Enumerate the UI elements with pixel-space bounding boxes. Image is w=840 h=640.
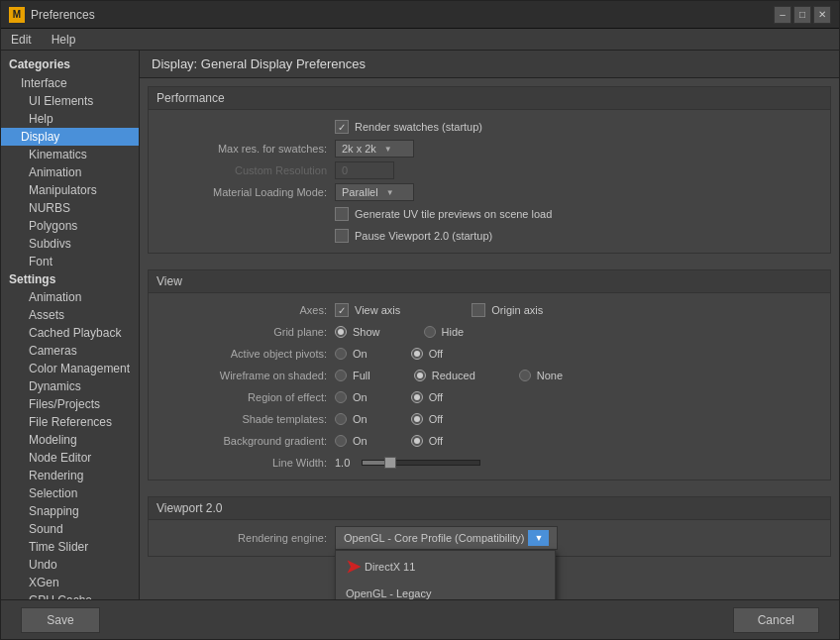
wireframe-reduced-text: Reduced (432, 370, 475, 381)
sidebar-item-font[interactable]: Font (1, 253, 139, 270)
material-loading-dropdown[interactable]: Parallel (335, 183, 414, 201)
wireframe-full-radio[interactable] (335, 370, 347, 381)
sidebar-item-selection[interactable]: Selection (1, 484, 139, 502)
region-effect-off-text: Off (429, 391, 443, 403)
line-width-slider-thumb[interactable] (384, 457, 396, 469)
sidebar-item-kinematics[interactable]: Kinematics (1, 146, 139, 163)
sidebar-item-ui-elements[interactable]: UI Elements (1, 92, 139, 110)
dropdown-option-directx[interactable]: ➤ DirectX 11 (336, 551, 555, 583)
sidebar-item-settings-animation[interactable]: Animation (1, 288, 139, 306)
origin-axis-text: Origin axis (491, 304, 543, 316)
grid-plane-show-radio[interactable] (335, 326, 347, 338)
max-res-content: 2k x 2k (335, 140, 822, 158)
sidebar-item-animation[interactable]: Animation (1, 163, 139, 181)
grid-plane-row: Grid plane: Show Hide (157, 321, 822, 343)
shade-templates-content: On Off (335, 413, 822, 425)
sidebar-item-dynamics[interactable]: Dynamics (1, 377, 139, 395)
line-width-slider[interactable] (362, 460, 480, 466)
menu-edit[interactable]: Edit (5, 31, 38, 49)
sidebar-item-undo[interactable]: Undo (1, 556, 139, 574)
sidebar-item-gpu-cache[interactable]: GPU Cache (1, 591, 139, 599)
material-loading-row: Material Loading Mode: Parallel (157, 181, 822, 203)
sidebar-item-help[interactable]: Help (1, 110, 139, 128)
shade-templates-off-radio[interactable] (411, 413, 423, 425)
dropdown-arrow-icon[interactable]: ▼ (528, 530, 549, 546)
line-width-label: Line Width: (157, 457, 335, 469)
uv-tile-text: Generate UV tile previews on scene load (355, 208, 552, 220)
sidebar-item-nurbs[interactable]: NURBS (1, 199, 139, 217)
max-res-label: Max res. for swatches: (157, 143, 335, 155)
sidebar-item-node-editor[interactable]: Node Editor (1, 449, 139, 467)
pivots-off-radio[interactable] (411, 348, 423, 360)
pivots-on-radio[interactable] (335, 348, 347, 360)
content-area: Categories Interface UI Elements Help Di… (1, 51, 839, 599)
grid-plane-hide-text: Hide (442, 326, 465, 338)
custom-res-input[interactable] (335, 161, 394, 179)
sidebar-item-time-slider[interactable]: Time Slider (1, 538, 139, 556)
render-swatches-text: Render swatches (startup) (355, 121, 482, 133)
menu-help[interactable]: Help (46, 31, 82, 49)
sidebar-item-cached-playback[interactable]: Cached Playback (1, 324, 139, 342)
uv-tile-checkbox[interactable] (335, 207, 349, 221)
max-res-row: Max res. for swatches: 2k x 2k (157, 138, 822, 160)
sidebar-item-snapping[interactable]: Snapping (1, 502, 139, 520)
sidebar-item-modeling[interactable]: Modeling (1, 431, 139, 449)
uv-tile-content: Generate UV tile previews on scene load (335, 207, 822, 221)
dropdown-option-opengl-legacy[interactable]: OpenGL - Legacy (336, 583, 555, 599)
sidebar-item-color-management[interactable]: Color Management (1, 360, 139, 377)
wireframe-none-radio[interactable] (519, 370, 531, 381)
shade-templates-label: Shade templates: (157, 413, 335, 425)
minimize-button[interactable]: – (774, 6, 791, 24)
wireframe-none-text: None (537, 370, 563, 381)
material-loading-label: Material Loading Mode: (157, 186, 335, 198)
pivots-row: Active object pivots: On Off (157, 343, 822, 365)
sidebar-item-files-projects[interactable]: Files/Projects (1, 395, 139, 413)
bg-gradient-on-radio[interactable] (335, 435, 347, 447)
pivots-on-text: On (353, 348, 368, 360)
sidebar-item-subdivs[interactable]: Subdivs (1, 235, 139, 253)
axes-label: Axes: (157, 304, 335, 316)
main-panel: Display: General Display Preferences Per… (140, 51, 839, 599)
window-title: Preferences (31, 8, 95, 22)
render-swatches-checkbox[interactable] (335, 120, 349, 134)
view-body: Axes: View axis Origin axis Grid plane: (149, 293, 830, 480)
sidebar-item-display[interactable]: Display (1, 128, 139, 146)
wireframe-reduced-radio[interactable] (414, 370, 426, 381)
menu-bar: Edit Help (1, 29, 839, 51)
grid-plane-hide-radio[interactable] (424, 326, 436, 338)
wireframe-label: Wireframe on shaded: (157, 370, 335, 381)
close-button[interactable]: ✕ (813, 6, 831, 24)
origin-axis-checkbox[interactable] (472, 303, 485, 317)
shade-templates-on-radio[interactable] (335, 413, 347, 425)
region-effect-off-radio[interactable] (411, 391, 423, 403)
sidebar-item-cameras[interactable]: Cameras (1, 342, 139, 360)
cancel-button[interactable]: Cancel (733, 607, 819, 633)
save-button[interactable]: Save (21, 607, 100, 633)
wireframe-full-text: Full (353, 370, 370, 381)
maximize-button[interactable]: □ (793, 6, 811, 24)
dropdown-option-directx-text: DirectX 11 (365, 561, 415, 573)
sidebar-item-rendering[interactable]: Rendering (1, 467, 139, 484)
bg-gradient-on-text: On (353, 435, 368, 447)
sidebar-item-sound[interactable]: Sound (1, 520, 139, 538)
rendering-row: Rendering engine: OpenGL - Core Profile … (149, 520, 830, 556)
sidebar-item-assets[interactable]: Assets (1, 306, 139, 324)
region-effect-on-radio[interactable] (335, 391, 347, 403)
sidebar-item-file-references[interactable]: File References (1, 413, 139, 431)
max-res-dropdown[interactable]: 2k x 2k (335, 140, 414, 158)
shade-templates-on-text: On (353, 413, 368, 425)
pause-viewport-checkbox[interactable] (335, 229, 349, 243)
rendering-dropdown[interactable]: OpenGL - Core Profile (Compatibility) ▼ (335, 526, 558, 550)
bg-gradient-off-radio[interactable] (411, 435, 423, 447)
bottom-bar: Save Cancel (1, 599, 839, 639)
custom-res-content (335, 161, 822, 179)
sidebar-item-manipulators[interactable]: Manipulators (1, 181, 139, 199)
view-axis-checkbox[interactable] (335, 303, 349, 317)
render-swatches-row: Render swatches (startup) (157, 116, 822, 138)
pause-viewport-row: Pause Viewport 2.0 (startup) (157, 225, 822, 247)
sidebar-item-interface[interactable]: Interface (1, 74, 139, 92)
sidebar-item-polygons[interactable]: Polygons (1, 217, 139, 235)
line-width-row: Line Width: 1.0 (157, 452, 822, 474)
grid-plane-show-text: Show (353, 326, 380, 338)
sidebar-item-xgen[interactable]: XGen (1, 574, 139, 591)
